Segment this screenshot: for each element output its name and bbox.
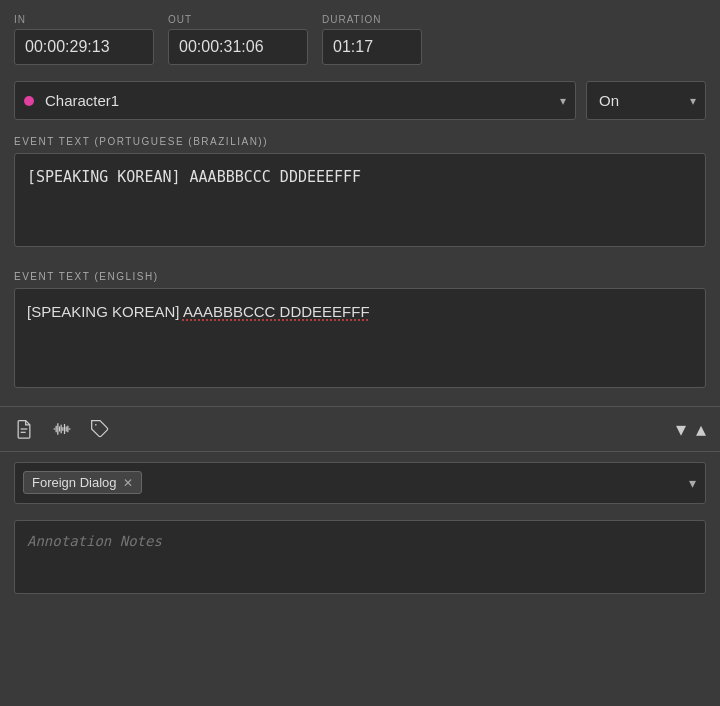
toolbar-icons: [14, 419, 676, 439]
status-select-wrapper: OnOff ▾: [586, 81, 706, 120]
english-text-content: [SPEAKING KOREAN] AAABBBCCC DDDEEEFFF: [27, 301, 693, 324]
toolbar-nav: ▾ ▴: [676, 417, 706, 441]
status-select[interactable]: OnOff: [586, 81, 706, 120]
portuguese-section-label: EVENT TEXT (PORTUGUESE (BRAZILIAN)): [0, 130, 720, 153]
annotation-row: [0, 514, 720, 612]
character-row: Character1 ▾ OnOff ▾: [0, 75, 720, 130]
in-input[interactable]: [14, 29, 154, 65]
out-label: OUT: [168, 14, 308, 25]
document-svg: [14, 419, 34, 439]
timecode-bar: IN OUT DURATION: [0, 0, 720, 75]
english-normal-text: [SPEAKING KOREAN]: [27, 303, 183, 320]
waveform-icon[interactable]: [52, 419, 72, 439]
annotation-input[interactable]: [14, 520, 706, 594]
toolbar-row: ▾ ▴: [0, 406, 720, 452]
portuguese-textarea[interactable]: [14, 153, 706, 247]
document-icon[interactable]: [14, 419, 34, 439]
tag-chip-close-button[interactable]: ✕: [123, 476, 133, 490]
english-section-label: EVENT TEXT (ENGLISH): [0, 265, 720, 288]
tag-chip-foreign-dialog: Foreign Dialog ✕: [23, 471, 142, 494]
duration-label: DURATION: [322, 14, 422, 25]
out-input[interactable]: [168, 29, 308, 65]
in-label: IN: [14, 14, 154, 25]
out-group: OUT: [168, 14, 308, 65]
character-select-wrapper: Character1 ▾: [14, 81, 576, 120]
tag-chip-label: Foreign Dialog: [32, 475, 117, 490]
tag-select-wrapper: Foreign Dialog ✕ ▾: [14, 462, 706, 504]
tags-row: Foreign Dialog ✕ ▾: [0, 452, 720, 514]
character-select[interactable]: Character1: [14, 81, 576, 120]
portuguese-textarea-wrapper: [0, 153, 720, 265]
duration-input[interactable]: [322, 29, 422, 65]
in-group: IN: [14, 14, 154, 65]
english-text-area[interactable]: [SPEAKING KOREAN] AAABBBCCC DDDEEEFFF: [14, 288, 706, 388]
duration-group: DURATION: [322, 14, 422, 65]
tag-svg: [90, 419, 110, 439]
tag-select-display[interactable]: Foreign Dialog ✕: [14, 462, 706, 504]
english-underlined-text: AAABBBCCC DDDEEEFFF: [183, 303, 370, 320]
chevron-down-button[interactable]: ▾: [676, 417, 686, 441]
waveform-svg: [52, 419, 72, 439]
tag-icon[interactable]: [90, 419, 110, 439]
chevron-up-button[interactable]: ▴: [696, 417, 706, 441]
english-textarea-wrapper: [SPEAKING KOREAN] AAABBBCCC DDDEEEFFF: [0, 288, 720, 402]
